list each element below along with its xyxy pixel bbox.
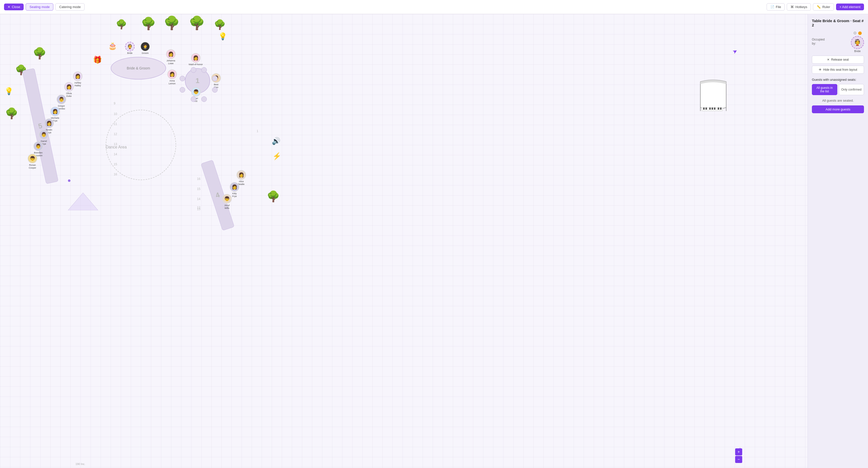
filter-row: All guests in the list Only confirmed [812, 84, 864, 95]
olivia-avatar: 👩 [64, 82, 74, 92]
seat-num-14b: 14 [197, 197, 200, 201]
tree-decoration: 🌳 [141, 17, 156, 31]
add-element-button[interactable]: + Add element [836, 3, 864, 10]
ashley-seat[interactable]: 👩 AshleyHatley [73, 71, 83, 87]
seat-dot[interactable] [191, 67, 196, 73]
kirstin-avatar: 👩 [44, 119, 54, 128]
occupied-by-label: Occupiedby: [812, 38, 825, 45]
x-icon: ✕ [827, 58, 830, 61]
svg-rect-5 [709, 107, 711, 110]
seat-dot[interactable] [212, 87, 218, 93]
seat-num-9: 9 [114, 102, 116, 105]
seating-mode-button[interactable]: Seating mode [26, 3, 53, 10]
seat-num-16b: 16 [197, 177, 200, 181]
occupied-by-row: Occupiedby: ⚙ 👰 Bride [812, 31, 864, 53]
tree-decoration: 🌳 [116, 19, 127, 30]
gift-decoration: 🎁 [93, 56, 102, 64]
keyboard-icon: ⌘ [790, 5, 794, 9]
seat-num-16: 16 [114, 173, 117, 176]
toolbar: ✕ Close Seating mode Catering mode 📄 Fil… [0, 0, 868, 14]
kitty-avatar: 👩 [230, 182, 239, 192]
ronan-avatar: 👦 [28, 154, 37, 163]
tree-decoration: 🌳 [163, 15, 180, 31]
table-bride-groom[interactable]: Bride & Groom [111, 57, 166, 80]
sidebar-title: Table Bride & Groom · Seat # 2 [812, 19, 864, 27]
connection-dot [68, 179, 70, 182]
anna-seat[interactable]: 👩 AnnaLemon [167, 69, 177, 85]
johanna-seat[interactable]: 👩 JohannaLowe [166, 49, 176, 65]
compass: ✦ [738, 446, 742, 453]
seat-num-12b: 12 [197, 206, 200, 209]
svg-rect-6 [712, 107, 713, 110]
ruler-button[interactable]: 📏 Ruler [813, 3, 834, 10]
seat-num-10: 10 [114, 112, 117, 116]
bride-avatar-section: ⚙ 👰 Bride [851, 31, 864, 53]
speaker-decoration: 🔊 [272, 137, 281, 145]
ruler-icon: 📏 [817, 5, 821, 9]
seat-dot[interactable] [180, 76, 185, 81]
svg-rect-8 [718, 107, 719, 110]
darrel-avatar: 👨 [39, 130, 49, 139]
navigation-arrow: ➤ [732, 47, 739, 55]
tree-decoration: 🌳 [214, 19, 226, 30]
seat-dot[interactable] [191, 96, 196, 102]
cake-decoration: 🎂 [108, 42, 117, 50]
file-button[interactable]: 📄 File [767, 3, 785, 10]
close-button[interactable]: ✕ Close [4, 3, 24, 10]
scale-label: 190 Inc. [75, 463, 85, 466]
piano-decoration [697, 77, 730, 112]
bride-avatar-circle: 👰 [125, 42, 134, 51]
catering-mode-button[interactable]: Catering mode [55, 3, 84, 10]
triangle-decoration [68, 190, 98, 211]
seat-num-15b: 15 [197, 187, 200, 191]
alice-avatar: 👩 [237, 170, 246, 180]
carr-avatar: 👦 [191, 87, 201, 97]
lightbulb-decoration: 💡 [218, 32, 227, 40]
svg-rect-7 [714, 107, 716, 110]
canvas[interactable]: ➤ 🌳 🌳 🌳 🌳 🌳 🌳 🌳 🌳 🌳 💡 💡 🎂 🎁 🔊 ⚡ Bride & … [0, 14, 808, 468]
seat-dot[interactable] [201, 96, 207, 102]
tree-decoration: 🌳 [189, 15, 205, 31]
maidofhonor-avatar: 👩 [191, 53, 200, 63]
jonyl-seat[interactable]: 👦 JonylWills [222, 194, 232, 210]
tree-decoration: 🌳 [267, 190, 280, 202]
hide-seat-button[interactable]: 👁 Hide this seat from layout [812, 66, 864, 74]
bride-name-label: Bride [854, 50, 861, 53]
gear-button[interactable]: ⚙ [853, 31, 857, 35]
groom-seat[interactable]: 🤵 Groom [141, 42, 150, 55]
sidebar: Table Bride & Groom · Seat # 2 Occupiedb… [808, 14, 868, 468]
hotkeys-button[interactable]: ⌘ Hotkeys [787, 3, 811, 10]
svg-rect-4 [706, 107, 707, 110]
johanna-avatar: 👩 [166, 49, 176, 59]
tree-decoration: 🌳 [33, 47, 46, 60]
release-seat-button[interactable]: ✕ Release seat [812, 56, 864, 64]
svg-rect-9 [720, 107, 721, 110]
toolbar-right: 📄 File ⌘ Hotkeys 📏 Ruler + Add element [767, 3, 864, 10]
jonyl-avatar: 👦 [222, 194, 232, 204]
maidofhonor-seat[interactable]: 👩 Maid-of-honor [189, 53, 203, 66]
add-more-guests-button[interactable]: Add more guests [812, 105, 864, 113]
seat-dot[interactable] [201, 67, 207, 73]
zoom-out-button[interactable]: − [735, 456, 742, 463]
gregor-avatar: 👨 [57, 95, 66, 104]
ashley-avatar: 👩 [73, 71, 83, 81]
michiele-avatar: 👩 [50, 107, 60, 116]
bride-seat[interactable]: 👰 Bride [125, 42, 134, 55]
groom-avatar-circle: 🤵 [141, 42, 150, 51]
all-seated-message: All guests are seated. [812, 99, 864, 102]
filter-confirmed-button[interactable]: Only confirmed [839, 84, 864, 95]
svg-rect-3 [703, 107, 705, 110]
outlet-decoration: ⚡ [273, 152, 281, 160]
file-icon: 📄 [770, 5, 774, 9]
eye-icon: 👁 [819, 68, 822, 71]
filter-all-button[interactable]: All guests in the list [812, 84, 837, 95]
ronan-seat[interactable]: 👦 RonanCooper [28, 154, 37, 169]
dance-area-label: Dance Area [106, 145, 127, 150]
lightbulb-decoration: 💡 [4, 87, 13, 95]
seat-dot[interactable] [212, 76, 218, 81]
main-area: ➤ 🌳 🌳 🌳 🌳 🌳 🌳 🌳 🌳 🌳 💡 💡 🎂 🎁 🔊 ⚡ Bride & … [0, 14, 808, 468]
brenden-avatar: 👨 [33, 142, 43, 151]
close-icon: ✕ [7, 5, 10, 9]
bride-avatar-large: 👰 [851, 36, 864, 49]
seat-dot[interactable] [180, 87, 185, 93]
